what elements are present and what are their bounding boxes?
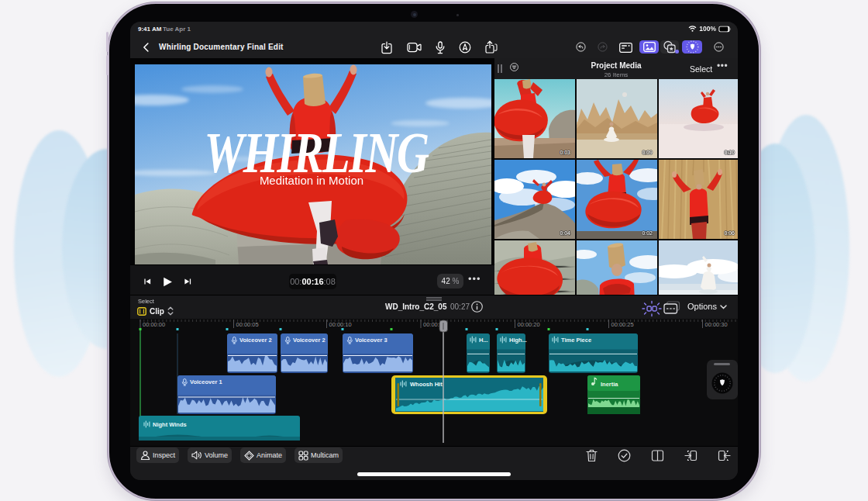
svg-text:Voiceover 3: Voiceover 3 (355, 337, 388, 344)
svg-text:0:02: 0:02 (642, 230, 653, 236)
svg-text:0:04: 0:04 (560, 230, 570, 236)
svg-text:High...: High... (509, 337, 527, 344)
svg-text:Night Winds: Night Winds (153, 421, 187, 428)
svg-text:0:06: 0:06 (724, 230, 735, 236)
svg-text:Voiceover 2: Voiceover 2 (293, 337, 326, 344)
svg-text:00:00:20: 00:00:20 (518, 321, 540, 328)
svg-text:Inertia: Inertia (601, 381, 618, 388)
svg-text:00:00:05: 00:00:05 (236, 321, 259, 328)
svg-text:Voiceover 2: Voiceover 2 (239, 337, 272, 344)
svg-text:0:03: 0:03 (560, 150, 570, 155)
svg-text:H...: H... (479, 337, 488, 344)
svg-text:00:00:25: 00:00:25 (611, 321, 634, 328)
svg-text:00:00:30: 00:00:30 (705, 321, 728, 328)
svg-text:0:10: 0:10 (724, 150, 735, 155)
svg-text:Meditation in Motion: Meditation in Motion (260, 174, 363, 187)
svg-text:00:00:10: 00:00:10 (329, 321, 352, 328)
svg-text:Time Piece: Time Piece (561, 337, 591, 344)
svg-text:0:09: 0:09 (642, 150, 653, 155)
svg-text:Voiceover 1: Voiceover 1 (190, 378, 222, 385)
svg-text:00:00:00: 00:00:00 (143, 321, 165, 328)
svg-text:Whoosh Hit: Whoosh Hit (410, 381, 443, 388)
